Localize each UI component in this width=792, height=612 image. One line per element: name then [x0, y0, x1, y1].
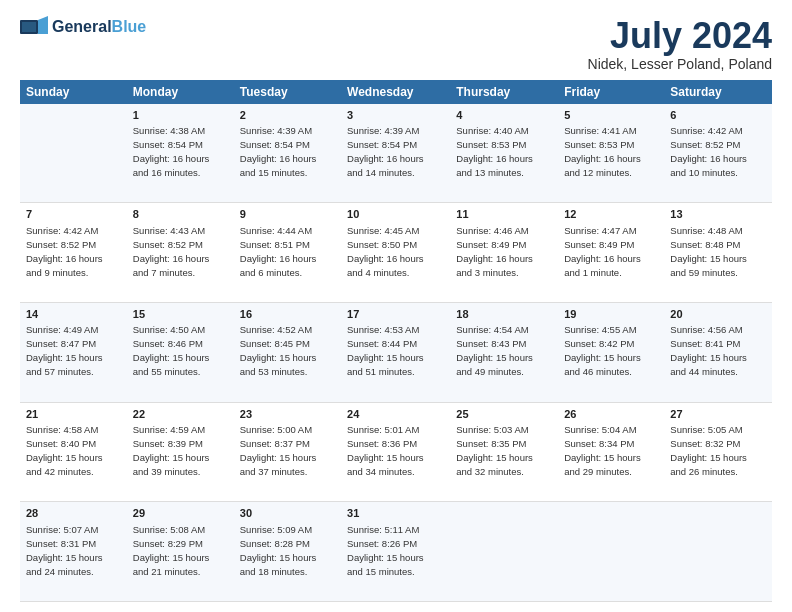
day-cell: 4Sunrise: 4:40 AM Sunset: 8:53 PM Daylig… [450, 104, 558, 203]
day-info: Sunrise: 4:39 AM Sunset: 8:54 PM Dayligh… [240, 125, 317, 178]
week-row-1: 1Sunrise: 4:38 AM Sunset: 8:54 PM Daylig… [20, 104, 772, 203]
day-number: 30 [240, 506, 335, 521]
col-header-monday: Monday [127, 80, 234, 104]
day-number: 15 [133, 307, 228, 322]
month-title: July 2024 [588, 16, 772, 56]
col-header-thursday: Thursday [450, 80, 558, 104]
day-info: Sunrise: 4:49 AM Sunset: 8:47 PM Dayligh… [26, 324, 103, 377]
day-cell: 7Sunrise: 4:42 AM Sunset: 8:52 PM Daylig… [20, 203, 127, 303]
day-info: Sunrise: 4:46 AM Sunset: 8:49 PM Dayligh… [456, 225, 533, 278]
day-info: Sunrise: 4:50 AM Sunset: 8:46 PM Dayligh… [133, 324, 210, 377]
day-cell: 30Sunrise: 5:09 AM Sunset: 8:28 PM Dayli… [234, 502, 341, 602]
day-number: 20 [670, 307, 766, 322]
day-number: 24 [347, 407, 444, 422]
day-info: Sunrise: 4:42 AM Sunset: 8:52 PM Dayligh… [26, 225, 103, 278]
day-info: Sunrise: 4:48 AM Sunset: 8:48 PM Dayligh… [670, 225, 747, 278]
day-cell: 11Sunrise: 4:46 AM Sunset: 8:49 PM Dayli… [450, 203, 558, 303]
day-number: 19 [564, 307, 658, 322]
day-info: Sunrise: 4:52 AM Sunset: 8:45 PM Dayligh… [240, 324, 317, 377]
day-info: Sunrise: 5:07 AM Sunset: 8:31 PM Dayligh… [26, 524, 103, 577]
day-info: Sunrise: 4:43 AM Sunset: 8:52 PM Dayligh… [133, 225, 210, 278]
day-number: 2 [240, 108, 335, 123]
day-cell: 2Sunrise: 4:39 AM Sunset: 8:54 PM Daylig… [234, 104, 341, 203]
day-number: 5 [564, 108, 658, 123]
day-cell: 3Sunrise: 4:39 AM Sunset: 8:54 PM Daylig… [341, 104, 450, 203]
logo: GeneralBlue [20, 16, 146, 38]
day-cell: 27Sunrise: 5:05 AM Sunset: 8:32 PM Dayli… [664, 402, 772, 502]
day-info: Sunrise: 4:56 AM Sunset: 8:41 PM Dayligh… [670, 324, 747, 377]
day-number: 6 [670, 108, 766, 123]
day-info: Sunrise: 5:05 AM Sunset: 8:32 PM Dayligh… [670, 424, 747, 477]
week-row-2: 7Sunrise: 4:42 AM Sunset: 8:52 PM Daylig… [20, 203, 772, 303]
col-header-wednesday: Wednesday [341, 80, 450, 104]
day-number: 8 [133, 207, 228, 222]
day-cell: 15Sunrise: 4:50 AM Sunset: 8:46 PM Dayli… [127, 302, 234, 402]
day-cell: 13Sunrise: 4:48 AM Sunset: 8:48 PM Dayli… [664, 203, 772, 303]
location: Nidek, Lesser Poland, Poland [588, 56, 772, 72]
day-cell: 18Sunrise: 4:54 AM Sunset: 8:43 PM Dayli… [450, 302, 558, 402]
logo-general: General [52, 18, 112, 35]
day-cell: 5Sunrise: 4:41 AM Sunset: 8:53 PM Daylig… [558, 104, 664, 203]
day-cell [20, 104, 127, 203]
day-info: Sunrise: 5:00 AM Sunset: 8:37 PM Dayligh… [240, 424, 317, 477]
day-number: 16 [240, 307, 335, 322]
day-cell: 9Sunrise: 4:44 AM Sunset: 8:51 PM Daylig… [234, 203, 341, 303]
svg-rect-2 [22, 22, 36, 32]
day-cell: 19Sunrise: 4:55 AM Sunset: 8:42 PM Dayli… [558, 302, 664, 402]
col-header-friday: Friday [558, 80, 664, 104]
day-info: Sunrise: 4:47 AM Sunset: 8:49 PM Dayligh… [564, 225, 641, 278]
day-cell: 31Sunrise: 5:11 AM Sunset: 8:26 PM Dayli… [341, 502, 450, 602]
day-number: 10 [347, 207, 444, 222]
week-row-5: 28Sunrise: 5:07 AM Sunset: 8:31 PM Dayli… [20, 502, 772, 602]
page: GeneralBlue July 2024 Nidek, Lesser Pola… [0, 0, 792, 612]
day-number: 14 [26, 307, 121, 322]
day-info: Sunrise: 4:53 AM Sunset: 8:44 PM Dayligh… [347, 324, 424, 377]
day-cell [664, 502, 772, 602]
col-header-saturday: Saturday [664, 80, 772, 104]
day-info: Sunrise: 4:41 AM Sunset: 8:53 PM Dayligh… [564, 125, 641, 178]
day-number: 25 [456, 407, 552, 422]
day-info: Sunrise: 4:55 AM Sunset: 8:42 PM Dayligh… [564, 324, 641, 377]
day-number: 29 [133, 506, 228, 521]
day-number: 9 [240, 207, 335, 222]
title-block: July 2024 Nidek, Lesser Poland, Poland [588, 16, 772, 72]
day-number: 12 [564, 207, 658, 222]
day-info: Sunrise: 4:40 AM Sunset: 8:53 PM Dayligh… [456, 125, 533, 178]
week-row-4: 21Sunrise: 4:58 AM Sunset: 8:40 PM Dayli… [20, 402, 772, 502]
day-cell: 17Sunrise: 4:53 AM Sunset: 8:44 PM Dayli… [341, 302, 450, 402]
day-number: 22 [133, 407, 228, 422]
day-cell: 24Sunrise: 5:01 AM Sunset: 8:36 PM Dayli… [341, 402, 450, 502]
day-info: Sunrise: 4:54 AM Sunset: 8:43 PM Dayligh… [456, 324, 533, 377]
day-cell: 6Sunrise: 4:42 AM Sunset: 8:52 PM Daylig… [664, 104, 772, 203]
day-number: 23 [240, 407, 335, 422]
svg-marker-1 [38, 16, 48, 34]
day-cell: 22Sunrise: 4:59 AM Sunset: 8:39 PM Dayli… [127, 402, 234, 502]
logo-blue: Blue [112, 18, 147, 35]
day-info: Sunrise: 4:59 AM Sunset: 8:39 PM Dayligh… [133, 424, 210, 477]
day-cell: 26Sunrise: 5:04 AM Sunset: 8:34 PM Dayli… [558, 402, 664, 502]
day-number: 7 [26, 207, 121, 222]
day-info: Sunrise: 5:03 AM Sunset: 8:35 PM Dayligh… [456, 424, 533, 477]
day-info: Sunrise: 5:09 AM Sunset: 8:28 PM Dayligh… [240, 524, 317, 577]
day-cell: 28Sunrise: 5:07 AM Sunset: 8:31 PM Dayli… [20, 502, 127, 602]
day-info: Sunrise: 4:39 AM Sunset: 8:54 PM Dayligh… [347, 125, 424, 178]
day-info: Sunrise: 4:42 AM Sunset: 8:52 PM Dayligh… [670, 125, 747, 178]
day-number: 11 [456, 207, 552, 222]
day-cell: 16Sunrise: 4:52 AM Sunset: 8:45 PM Dayli… [234, 302, 341, 402]
day-cell [450, 502, 558, 602]
day-number: 28 [26, 506, 121, 521]
day-number: 31 [347, 506, 444, 521]
day-info: Sunrise: 4:44 AM Sunset: 8:51 PM Dayligh… [240, 225, 317, 278]
day-cell: 21Sunrise: 4:58 AM Sunset: 8:40 PM Dayli… [20, 402, 127, 502]
day-number: 26 [564, 407, 658, 422]
day-number: 4 [456, 108, 552, 123]
day-info: Sunrise: 5:04 AM Sunset: 8:34 PM Dayligh… [564, 424, 641, 477]
day-cell: 1Sunrise: 4:38 AM Sunset: 8:54 PM Daylig… [127, 104, 234, 203]
day-number: 17 [347, 307, 444, 322]
day-cell: 12Sunrise: 4:47 AM Sunset: 8:49 PM Dayli… [558, 203, 664, 303]
day-info: Sunrise: 5:01 AM Sunset: 8:36 PM Dayligh… [347, 424, 424, 477]
day-cell: 10Sunrise: 4:45 AM Sunset: 8:50 PM Dayli… [341, 203, 450, 303]
logo-icon [20, 16, 48, 38]
col-header-tuesday: Tuesday [234, 80, 341, 104]
day-cell: 25Sunrise: 5:03 AM Sunset: 8:35 PM Dayli… [450, 402, 558, 502]
